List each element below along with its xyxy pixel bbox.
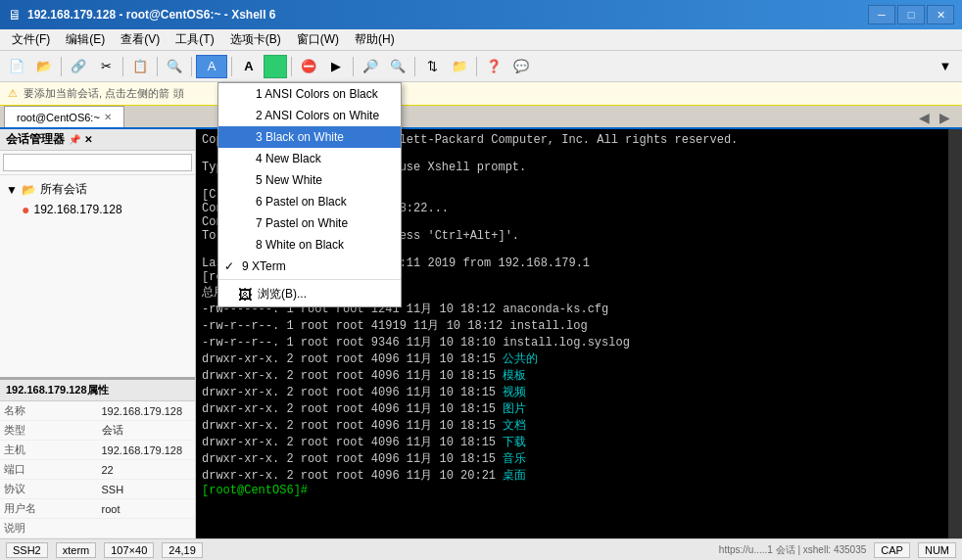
panel-close-button[interactable]: ✕ xyxy=(84,134,92,145)
font-button[interactable]: A xyxy=(236,55,262,78)
toolbar-separator-4 xyxy=(191,57,192,76)
toolbar-separator-2 xyxy=(122,57,123,76)
close-button[interactable]: ✕ xyxy=(927,5,954,24)
toolbar-separator-9 xyxy=(476,57,477,76)
tree-root[interactable]: ▼ 📂 所有会话 xyxy=(2,179,193,200)
menu-view[interactable]: 查看(V) xyxy=(113,29,168,50)
find-button[interactable]: 🔍 xyxy=(162,55,187,78)
prop-key: 协议 xyxy=(0,480,98,499)
menu-bar: 文件(F) 编辑(E) 查看(V) 工具(T) 选项卡(B) 窗口(W) 帮助(… xyxy=(0,29,962,51)
dropdown-item-xterm[interactable]: ✓9 XTerm xyxy=(218,256,401,277)
terminal-line: drwxr-xr-x. 2 root root 4096 11月 10 18:1… xyxy=(202,434,956,450)
open-button[interactable]: 📂 xyxy=(31,55,57,78)
sftp-button[interactable]: 📁 xyxy=(447,55,472,78)
terminal-line: -rw-r--r--. 1 root root 41919 11月 10 18:… xyxy=(202,317,956,334)
session-panel-header: 会话管理器 📌 ✕ xyxy=(0,129,195,151)
property-row: 主机192.168.179.128 xyxy=(0,441,195,460)
property-row: 名称192.168.179.128 xyxy=(0,401,195,421)
zoom-in-button[interactable]: 🔎 xyxy=(358,55,383,78)
prop-key: 类型 xyxy=(0,421,98,441)
chat-button[interactable]: 💬 xyxy=(508,55,534,78)
terminal-line: drwxr-xr-x. 2 root root 4096 11月 10 18:1… xyxy=(202,450,956,467)
tree-session-item[interactable]: ● 192.168.179.128 xyxy=(2,200,193,219)
prop-key: 端口 xyxy=(0,460,98,480)
next-tab-button[interactable]: ▶ xyxy=(936,108,954,127)
property-row: 用户名root xyxy=(0,499,195,519)
dropdown-item-white-black[interactable]: 8 White on Black xyxy=(218,234,401,256)
session-panel-title: 会话管理器 xyxy=(6,131,65,148)
help-button[interactable]: ❓ xyxy=(481,55,506,78)
session-status-dot: ● xyxy=(22,202,29,217)
tab-close-button[interactable]: ✕ xyxy=(104,112,112,122)
prop-value: SSH xyxy=(98,480,196,499)
tree-session-label: 192.168.179.128 xyxy=(33,203,121,216)
toolbar: 📄 📂 🔗 ✂ 📋 🔍 A A ⛔ ▶ 🔎 🔍 ⇅ 📁 ❓ 💬 ▼ xyxy=(0,51,962,82)
settings-dropdown[interactable]: ▼ xyxy=(933,55,958,78)
tab-session[interactable]: root@CentOS6:~ ✕ xyxy=(4,106,124,127)
menu-tools[interactable]: 工具(T) xyxy=(168,29,221,50)
replay-button[interactable]: ▶ xyxy=(323,55,349,78)
menu-tab[interactable]: 选项卡(B) xyxy=(222,29,289,50)
dropdown-item-ansi-white[interactable]: 2 ANSI Colors on White xyxy=(218,105,401,126)
menu-window[interactable]: 窗口(W) xyxy=(289,29,347,50)
browse-label: 浏览(B)... xyxy=(258,286,307,303)
title-text: 192.168.179.128 - root@CentOS6:~ - Xshel… xyxy=(27,8,868,22)
browse-button[interactable]: 🖼浏览(B)... xyxy=(218,282,401,306)
property-row: 类型会话 xyxy=(0,421,195,441)
dropdown-separator xyxy=(218,279,401,280)
prop-value: 会话 xyxy=(98,421,196,441)
prev-tab-button[interactable]: ◀ xyxy=(915,108,934,127)
menu-edit[interactable]: 编辑(E) xyxy=(58,29,113,50)
dropdown-item-black-white[interactable]: 3 Black on White xyxy=(218,126,401,148)
color-scheme-button[interactable]: A xyxy=(196,55,227,78)
property-row: 说明 xyxy=(0,519,195,538)
prop-key: 名称 xyxy=(0,401,98,421)
dropdown-item-ansi-black[interactable]: 1 ANSI Colors on Black xyxy=(218,83,401,105)
terminal-line: drwxr-xr-x. 2 root root 4096 11月 10 20:2… xyxy=(202,467,956,484)
tree-expand-icon: ▼ xyxy=(6,183,18,197)
panel-pin-button[interactable]: 📌 xyxy=(69,134,80,145)
status-pos: 24,19 xyxy=(162,542,203,558)
menu-help[interactable]: 帮助(H) xyxy=(347,29,403,50)
status-cap: CAP xyxy=(874,542,910,558)
status-size: 107×40 xyxy=(104,542,154,558)
dropdown-item-pastel-black[interactable]: 6 Pastel on Black xyxy=(218,191,401,212)
browse-icon: 🖼 xyxy=(238,287,252,303)
maximize-button[interactable]: □ xyxy=(897,5,925,24)
menu-file[interactable]: 文件(F) xyxy=(4,29,58,50)
color-circle-button[interactable] xyxy=(264,55,287,78)
toolbar-separator-8 xyxy=(414,57,415,76)
transfer-button[interactable]: ⇅ xyxy=(419,55,445,78)
toolbar-separator-6 xyxy=(291,57,292,76)
status-url: https://u.....1 会话 | xshell: 435035 xyxy=(719,543,866,557)
properties-table: 名称192.168.179.128类型会话主机192.168.179.128端口… xyxy=(0,401,195,538)
properties-title: 192.168.179.128属性 xyxy=(0,380,195,401)
session-search-input[interactable] xyxy=(3,154,192,171)
minimize-button[interactable]: ─ xyxy=(868,5,895,24)
connect-button[interactable]: 🔗 xyxy=(66,55,91,78)
tree-root-icon: 📂 xyxy=(22,183,36,197)
property-row: 协议SSH xyxy=(0,480,195,499)
toolbar-separator-3 xyxy=(157,57,158,76)
prop-value: root xyxy=(98,499,196,519)
check-icon: ✓ xyxy=(224,259,238,273)
session-manager-button[interactable]: 📋 xyxy=(127,55,153,78)
disconnect-button[interactable]: ✂ xyxy=(93,55,119,78)
zoom-out-button[interactable]: 🔍 xyxy=(385,55,410,78)
terminal-line: [root@CentOS6]# xyxy=(202,484,956,497)
status-ssh: SSH2 xyxy=(6,542,48,558)
prop-value xyxy=(98,519,196,538)
search-bar xyxy=(0,151,195,175)
terminal-scrollbar[interactable] xyxy=(948,129,962,538)
tab-label: root@CentOS6:~ xyxy=(17,112,100,123)
color-scheme-dropdown: 1 ANSI Colors on Black2 ANSI Colors on W… xyxy=(217,82,402,307)
terminal-line: drwxr-xr-x. 2 root root 4096 11月 10 18:1… xyxy=(202,400,956,417)
prop-value: 192.168.179.128 xyxy=(98,401,196,421)
nav-arrows: ◀ ▶ xyxy=(911,108,958,127)
notification-arrow: 頭 xyxy=(173,86,184,101)
new-session-button[interactable]: 📄 xyxy=(4,55,29,78)
stop-button[interactable]: ⛔ xyxy=(296,55,321,78)
dropdown-item-pastel-white[interactable]: 7 Pastel on White xyxy=(218,212,401,234)
dropdown-item-new-black[interactable]: 4 New Black xyxy=(218,148,401,169)
dropdown-item-new-white[interactable]: 5 New White xyxy=(218,169,401,191)
